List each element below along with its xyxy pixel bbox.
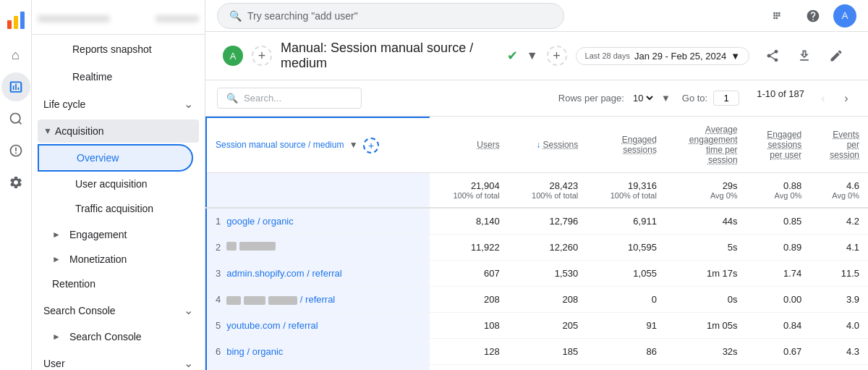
totals-engaged-sessions: 19,316 100% of total — [587, 173, 665, 209]
sidebar-item-monetization[interactable]: ► Monetization — [32, 247, 205, 272]
share-icon[interactable] — [758, 41, 787, 70]
rows-per-page-select[interactable]: 10 25 50 — [630, 92, 655, 104]
col-header-users[interactable]: Users — [430, 117, 509, 173]
row-users: 607 — [430, 261, 509, 287]
row-engaged_sessions: 1,055 — [587, 261, 665, 287]
sidebar-item-traffic-acquisition[interactable]: Traffic acquisition — [38, 196, 199, 221]
table-row: 4 / referral20820800s0.003.9 — [206, 287, 868, 313]
account-selector[interactable] — [32, 3, 205, 35]
row-sessions: 205 — [509, 313, 587, 339]
sidebar-item-realtime[interactable]: Realtime — [32, 64, 205, 90]
add-dimension-button[interactable]: + — [363, 138, 379, 154]
title-dropdown-icon[interactable]: ▼ — [527, 49, 538, 62]
row-avg_engagement: 1m 05s — [665, 313, 746, 339]
sidebar-section-user[interactable]: User ⌄ — [32, 349, 205, 370]
row-events_per_session: 11.5 — [810, 261, 868, 287]
row-events_per_session: 4.3 — [810, 339, 868, 365]
svg-point-3 — [10, 114, 20, 123]
row-events_per_session: 3.9 — [810, 287, 868, 313]
sidebar: Reports snapshot Realtime Life cycle ⌄ ▼… — [32, 0, 205, 370]
row-engaged_per_user: 1.74 — [746, 261, 811, 287]
download-icon[interactable] — [790, 41, 819, 70]
totals-users: 21,904 100% of total — [430, 173, 509, 209]
col-header-events-per-session[interactable]: Eventspersession — [810, 117, 868, 173]
date-range-dropdown-icon: ▼ — [731, 51, 740, 62]
sidebar-section-lifecycle[interactable]: Life cycle ⌄ — [32, 90, 205, 118]
goto-input[interactable] — [713, 91, 739, 106]
row-engaged_sessions: 6,911 — [587, 208, 665, 235]
page-nav: 1-10 of 187 ‹ › — [751, 88, 856, 109]
home-icon[interactable]: ⌂ — [1, 41, 30, 70]
search-console-chevron-icon: ⌄ — [184, 303, 193, 317]
right-panel: 🔍 Try searching "add user" A A — [205, 0, 868, 370]
row-events_per_session: 4.2 — [810, 208, 868, 235]
engagement-expand-icon: ► — [52, 230, 64, 240]
row-avg_engagement: 5s — [665, 235, 746, 261]
row-users: 108 — [430, 313, 509, 339]
sidebar-section-search-console[interactable]: Search Console ⌄ — [32, 296, 205, 324]
row-events_per_session: 5.1 — [810, 365, 868, 371]
date-range-picker[interactable]: Last 28 days Jan 29 - Feb 25, 2024 ▼ — [576, 47, 749, 65]
add-metric-button[interactable]: + — [547, 46, 567, 66]
totals-sessions: 28,423 100% of total — [509, 173, 587, 209]
row-sessions: 12,260 — [509, 235, 587, 261]
add-comparison-button[interactable]: + — [252, 46, 272, 66]
totals-dimension — [206, 173, 430, 209]
row-dimension: 7reddit.com / referral — [206, 365, 430, 371]
search-console-expand-icon: ► — [52, 332, 64, 342]
col-header-sessions[interactable]: ↓ Sessions — [509, 117, 587, 173]
ga-logo — [1, 6, 30, 35]
col-header-avg-engagement[interactable]: Averageengagementtime persession — [665, 117, 746, 173]
advertising-icon[interactable] — [1, 136, 30, 165]
row-avg_engagement: 1m 17s — [665, 261, 746, 287]
totals-avg-engagement: 29s Avg 0% — [665, 173, 746, 209]
sidebar-item-search-console[interactable]: ► Search Console — [32, 324, 205, 349]
row-engaged_per_user: 0.85 — [746, 208, 811, 235]
search-placeholder: Try searching "add user" — [247, 10, 358, 22]
next-page-button[interactable]: › — [836, 88, 856, 109]
reports-icon[interactable] — [1, 72, 30, 101]
configure-icon[interactable] — [1, 168, 30, 197]
row-engaged_per_user: 0.84 — [746, 313, 811, 339]
sidebar-item-engagement[interactable]: ► Engagement — [32, 222, 205, 247]
customize-icon[interactable] — [822, 41, 851, 70]
row-engaged_per_user: 0.89 — [746, 235, 811, 261]
svg-rect-0 — [7, 20, 12, 29]
sidebar-item-reports-snapshot[interactable]: Reports snapshot — [32, 35, 205, 64]
row-sessions: 185 — [509, 339, 587, 365]
acquisition-header[interactable]: ▼ Acquisition — [38, 119, 199, 143]
row-engaged_per_user: 0.88 — [746, 365, 811, 371]
row-engaged_sessions: 86 — [587, 339, 665, 365]
row-dimension: 6bing / organic — [206, 339, 430, 365]
sidebar-item-retention[interactable]: Retention — [32, 272, 205, 296]
col-header-engaged-per-user[interactable]: Engagedsessionsper user — [746, 117, 811, 173]
svg-rect-1 — [14, 16, 18, 29]
page-title: Manual: Session manual source / medium — [281, 41, 498, 71]
totals-row: 21,904 100% of total 28,423 100% of tota… — [206, 173, 868, 209]
apps-icon[interactable] — [764, 1, 793, 30]
row-dimension: 5youtube.com / referral — [206, 313, 430, 339]
search-bar[interactable]: 🔍 Try searching "add user" — [217, 3, 564, 29]
sidebar-item-overview[interactable]: Overview — [38, 144, 193, 172]
avatar[interactable]: A — [833, 4, 856, 28]
col-header-engaged-sessions[interactable]: Engagedsessions — [587, 117, 665, 173]
help-icon[interactable] — [799, 1, 827, 30]
table-header: Session manual source / medium ▼ + Users… — [206, 117, 868, 173]
dimension-col-header[interactable]: Session manual source / medium ▼ + — [206, 117, 430, 173]
sidebar-item-user-acquisition[interactable]: User acquisition — [38, 172, 199, 196]
row-users: 92 — [430, 365, 509, 371]
table-row: 7reddit.com / referral92136811m 15s0.885… — [206, 365, 868, 371]
row-events_per_session: 4.0 — [810, 313, 868, 339]
table-search[interactable]: 🔍 Search... — [217, 88, 362, 109]
rows-per-page: Rows per page: 10 25 50 ▼ — [558, 92, 671, 104]
prev-page-button[interactable]: ‹ — [813, 88, 833, 109]
explore-icon[interactable] — [1, 104, 30, 133]
top-bar-right: A — [764, 1, 856, 30]
row-sessions: 136 — [509, 365, 587, 371]
row-users: 128 — [430, 339, 509, 365]
row-engaged_sessions: 0 — [587, 287, 665, 313]
row-avg_engagement: 1m 15s — [665, 365, 746, 371]
dimension-dropdown-icon[interactable]: ▼ — [349, 140, 358, 150]
row-dimension: 2 — [206, 235, 430, 261]
row-avg_engagement: 0s — [665, 287, 746, 313]
